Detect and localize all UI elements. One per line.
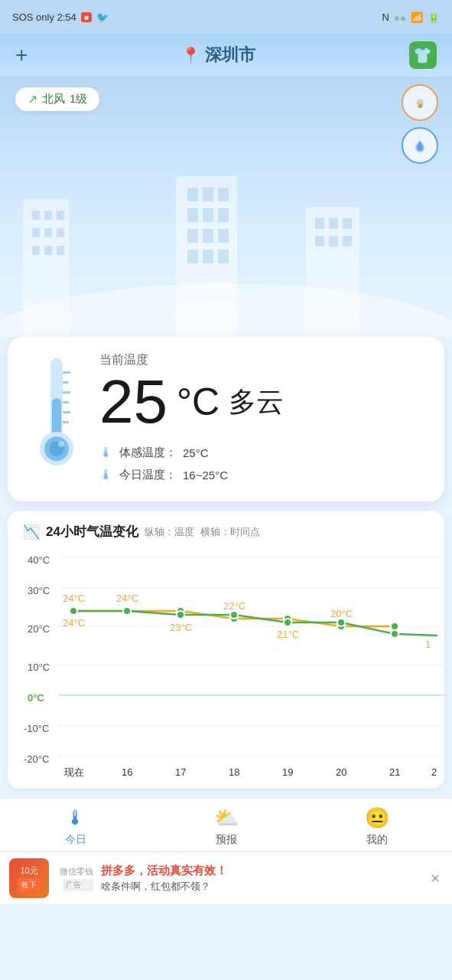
svg-text:🍃: 🍃 [415,99,425,109]
chart-title: 24小时气温变化 [46,523,138,541]
svg-rect-8 [44,246,52,255]
y-axis-label: 纵轴：温度 [145,525,194,539]
nav-mine[interactable]: 😐 我的 [301,806,452,847]
svg-text:18: 18 [229,766,239,778]
sos-badge: ■ [81,12,92,22]
svg-rect-27 [315,236,324,247]
feels-like-row: 🌡 体感温度： 25°C [99,445,426,461]
today-range-label: 今日温度： [119,468,177,482]
svg-rect-18 [203,229,213,243]
temperature-value: 25 [99,371,167,433]
clothing-suggestion-button[interactable]: 👕 [409,41,437,69]
ad-close-button[interactable]: × [428,867,443,890]
weather-float-icons: 🍃 [402,84,438,164]
svg-text:19: 19 [282,766,293,778]
svg-text:0°C: 0°C [28,692,44,704]
wechat-label: 微信零钱 [60,866,93,877]
location-display: 📍 深圳市 [181,44,255,67]
svg-point-72 [123,607,131,615]
svg-rect-11 [187,188,198,201]
ad-label-group: 微信零钱 广告 [60,866,93,891]
wind-level: 1级 [70,92,87,106]
today-range-row: 🌡 今日温度： 16~25°C [99,467,426,483]
svg-text:30°C: 30°C [28,585,50,596]
svg-point-77 [391,630,398,638]
today-nav-icon: 🌡 [66,806,86,830]
svg-rect-3 [57,211,64,220]
svg-point-73 [177,611,184,619]
svg-rect-20 [187,250,198,263]
chart-icon: 📉 [23,524,40,541]
svg-rect-39 [63,401,69,403]
svg-rect-25 [329,218,338,229]
svg-text:10°C: 10°C [28,662,50,673]
ad-subtitle: 啥条件啊，红包都不领？ [101,880,420,893]
today-range-icon: 🌡 [99,467,113,483]
forecast-nav-label: 预报 [216,833,237,847]
svg-text:20°C: 20°C [330,608,353,619]
svg-point-71 [70,607,77,615]
ad-title: 拼多多，活动真实有效！ [101,864,420,878]
ad-banner: 10元 收下 微信零钱 广告 拼多多，活动真实有效！ 啥条件啊，红包都不领？ × [0,851,452,904]
svg-point-75 [284,619,291,626]
chart-section: 📉 24小时气温变化 纵轴：温度 横轴：时间点 40°C 30°C 20°C 1… [8,511,444,789]
feels-like-value: 25°C [183,446,209,459]
svg-rect-41 [63,421,69,423]
mine-nav-icon: 😐 [365,806,389,830]
thermometer-illustration [26,352,87,478]
nfc-icon: N [382,11,389,23]
weather-main-card: 当前温度 25 °C 多云 🌡 体感温度： 25°C 🌡 今日温度： 16~25… [8,337,444,501]
svg-rect-16 [218,208,229,222]
status-left: SOS only 2:54 ■ 🐦 [12,11,109,23]
svg-rect-7 [32,246,40,255]
svg-rect-22 [218,250,229,263]
svg-text:2: 2 [431,766,437,778]
x-axis-label: 横轴：时间点 [200,525,260,539]
svg-rect-19 [218,229,229,243]
status-text: SOS only 2:54 [12,11,76,23]
nav-today[interactable]: 🌡 今日 [0,806,151,847]
uv-icon: 🍃 [402,84,438,121]
svg-rect-14 [187,208,198,222]
mine-nav-label: 我的 [366,833,388,847]
svg-rect-40 [63,411,70,413]
svg-text:21: 21 [389,766,400,778]
status-bird-icon: 🐦 [96,11,109,23]
temperature-chart: 40°C 30°C 20°C 10°C 0°C -10°C -20°C [8,550,444,782]
svg-point-76 [337,619,345,626]
svg-point-66 [391,622,398,630]
svg-rect-9 [57,246,64,255]
current-temp-label: 当前温度 [99,352,426,368]
svg-text:17: 17 [175,766,186,778]
svg-rect-26 [343,218,352,229]
wind-direction: 北风 [42,92,65,106]
status-right: N ⬦⬦ 📶 🔋 [382,11,440,23]
svg-text:22°C: 22°C [223,600,246,612]
temp-details: 🌡 体感温度： 25°C 🌡 今日温度： 16~25°C [99,445,426,483]
svg-rect-15 [203,208,213,222]
nav-forecast[interactable]: ⛅ 预报 [151,806,301,847]
svg-rect-37 [63,381,69,384]
ad-thumbnail: 10元 收下 [9,858,49,898]
location-pin-icon: 📍 [181,46,200,64]
add-city-button[interactable]: + [15,43,28,67]
svg-text:现在: 现在 [64,766,84,778]
bottom-navigation: 🌡 今日 ⛅ 预报 😐 我的 [0,798,452,851]
svg-rect-38 [63,391,70,394]
svg-text:-10°C: -10°C [24,723,49,734]
svg-rect-2 [44,211,52,220]
ad-collect-button[interactable]: 收下 [18,878,41,892]
temp-unit: °C [177,383,219,421]
svg-point-74 [230,611,238,619]
ad-amount: 10元 [20,865,37,877]
wifi-icon: 📶 [411,11,423,23]
svg-text:21°C: 21°C [277,629,299,640]
svg-rect-17 [187,229,198,243]
wind-direction-icon: ↗ [28,92,37,106]
feels-like-label: 体感温度： [119,446,177,460]
svg-text:16: 16 [122,766,132,778]
svg-rect-13 [218,188,229,201]
signal-icon: ⬦⬦ [394,11,406,23]
shirt-icon: 👕 [413,46,432,64]
svg-text:1: 1 [425,639,431,650]
